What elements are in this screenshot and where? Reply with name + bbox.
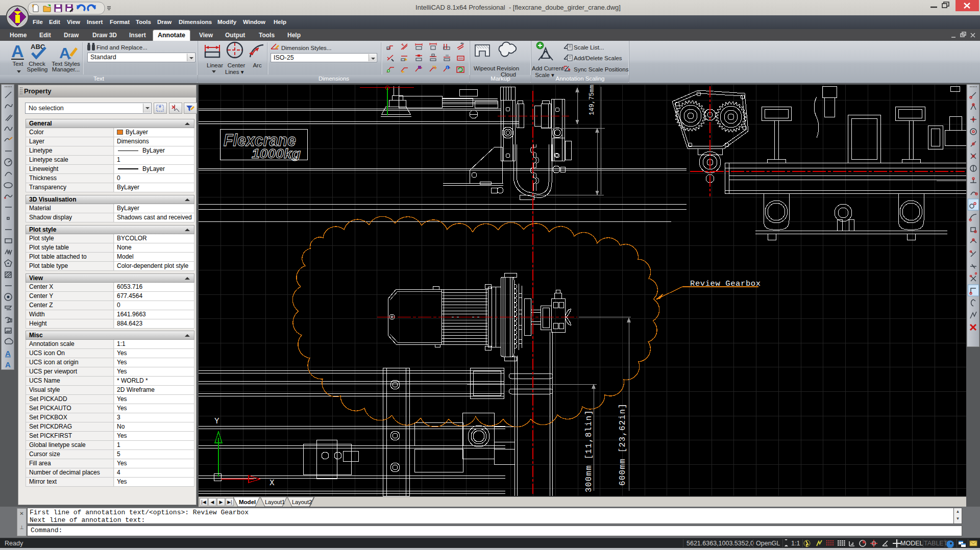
svg-text:1000kg: 1000kg [252, 146, 301, 161]
svg-text:A: A [5, 349, 11, 358]
svg-text:A: A [5, 360, 11, 369]
svg-text:149,75mm: 149,75mm [589, 85, 596, 115]
svg-text:Y: Y [214, 417, 219, 426]
svg-text:Review Gearbox: Review Gearbox [690, 279, 761, 288]
svg-text:X: X [270, 479, 275, 488]
svg-text:600mm [23,62in]: 600mm [23,62in] [618, 403, 627, 486]
svg-text:300mm [11,8lin]: 300mm [11,8lin] [584, 410, 594, 492]
svg-text:Layout1: Layout1 [265, 499, 285, 505]
svg-text:Layout2: Layout2 [292, 499, 312, 505]
svg-text:Model: Model [239, 499, 256, 505]
